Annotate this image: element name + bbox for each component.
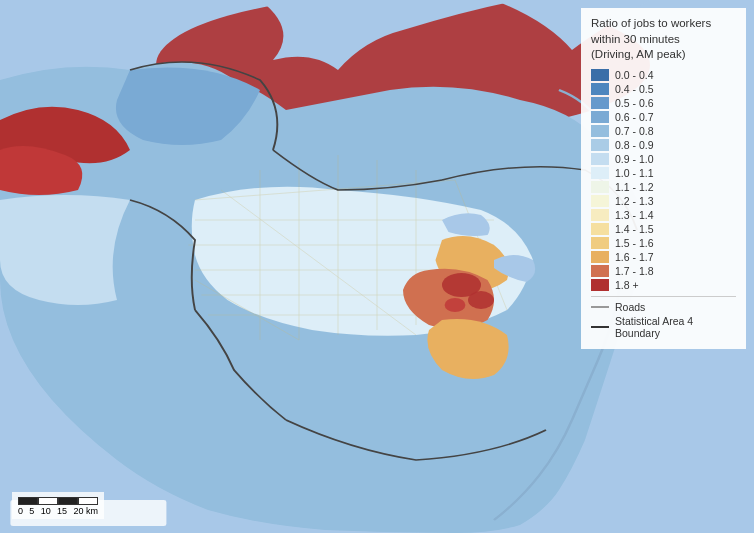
legend-item: 1.5 - 1.6: [591, 237, 736, 249]
legend-range-label: 1.7 - 1.8: [615, 265, 654, 277]
legend-swatch: [591, 209, 609, 221]
legend-range-label: 0.9 - 1.0: [615, 153, 654, 165]
legend-panel: Ratio of jobs to workers within 30 minut…: [581, 8, 746, 349]
scale-seg-3: [78, 497, 98, 505]
legend-range-label: 1.3 - 1.4: [615, 209, 654, 221]
legend-range-label: 1.2 - 1.3: [615, 195, 654, 207]
legend-item: 0.6 - 0.7: [591, 111, 736, 123]
legend-swatch: [591, 237, 609, 249]
legend-swatch: [591, 181, 609, 193]
scale-0: 0: [18, 506, 23, 516]
scale-20: 20 km: [73, 506, 98, 516]
legend-range-label: 0.6 - 0.7: [615, 111, 654, 123]
legend-range-label: 0.0 - 0.4: [615, 69, 654, 81]
legend-item: 1.6 - 1.7: [591, 251, 736, 263]
legend-range-label: 0.7 - 0.8: [615, 125, 654, 137]
legend-swatch: [591, 139, 609, 151]
legend-range-label: 0.5 - 0.6: [615, 97, 654, 109]
legend-range-label: 1.8 +: [615, 279, 639, 291]
scale-seg-2: [58, 497, 78, 505]
legend-items: 0.0 - 0.40.4 - 0.50.5 - 0.60.6 - 0.70.7 …: [591, 69, 736, 291]
boundary-label: Statistical Area 4 Boundary: [615, 315, 736, 339]
legend-item: 0.4 - 0.5: [591, 83, 736, 95]
legend-range-label: 1.1 - 1.2: [615, 181, 654, 193]
legend-item: 1.2 - 1.3: [591, 195, 736, 207]
roads-label: Roads: [615, 301, 645, 313]
scale-bar: 0 5 10 15 20 km: [12, 492, 104, 519]
legend-range-label: 1.5 - 1.6: [615, 237, 654, 249]
scale-5: 5: [29, 506, 34, 516]
legend-swatch: [591, 279, 609, 291]
roads-line-icon: [591, 306, 609, 308]
legend-swatch: [591, 125, 609, 137]
legend-swatch: [591, 223, 609, 235]
legend-swatch: [591, 69, 609, 81]
scale-seg-1: [38, 497, 58, 505]
legend-item: 1.1 - 1.2: [591, 181, 736, 193]
legend-swatch: [591, 83, 609, 95]
scale-10: 10: [41, 506, 51, 516]
legend-item: 0.9 - 1.0: [591, 153, 736, 165]
legend-item: 0.7 - 0.8: [591, 125, 736, 137]
legend-swatch: [591, 265, 609, 277]
scale-15: 15: [57, 506, 67, 516]
legend-range-label: 1.0 - 1.1: [615, 167, 654, 179]
legend-boundary-row: Statistical Area 4 Boundary: [591, 315, 736, 339]
legend-swatch: [591, 167, 609, 179]
legend-item: 0.0 - 0.4: [591, 69, 736, 81]
legend-swatch: [591, 153, 609, 165]
legend-roads-row: Roads: [591, 301, 736, 313]
legend-swatch: [591, 195, 609, 207]
map-container: Ratio of jobs to workers within 30 minut…: [0, 0, 754, 533]
scale-seg-0: [18, 497, 38, 505]
legend-swatch: [591, 251, 609, 263]
legend-item: 0.5 - 0.6: [591, 97, 736, 109]
legend-range-label: 0.8 - 0.9: [615, 139, 654, 151]
legend-range-label: 0.4 - 0.5: [615, 83, 654, 95]
legend-item: 0.8 - 0.9: [591, 139, 736, 151]
legend-swatch: [591, 111, 609, 123]
legend-range-label: 1.6 - 1.7: [615, 251, 654, 263]
boundary-line-icon: [591, 326, 609, 328]
legend-item: 1.8 +: [591, 279, 736, 291]
legend-item: 1.4 - 1.5: [591, 223, 736, 235]
legend-range-label: 1.4 - 1.5: [615, 223, 654, 235]
scale-bar-visual: [18, 497, 98, 505]
legend-item: 1.7 - 1.8: [591, 265, 736, 277]
legend-item: 1.0 - 1.1: [591, 167, 736, 179]
svg-point-17: [468, 291, 494, 309]
legend-title: Ratio of jobs to workers within 30 minut…: [591, 16, 736, 63]
svg-point-18: [445, 298, 466, 312]
legend-item: 1.3 - 1.4: [591, 209, 736, 221]
scale-labels: 0 5 10 15 20 km: [18, 506, 98, 516]
legend-swatch: [591, 97, 609, 109]
